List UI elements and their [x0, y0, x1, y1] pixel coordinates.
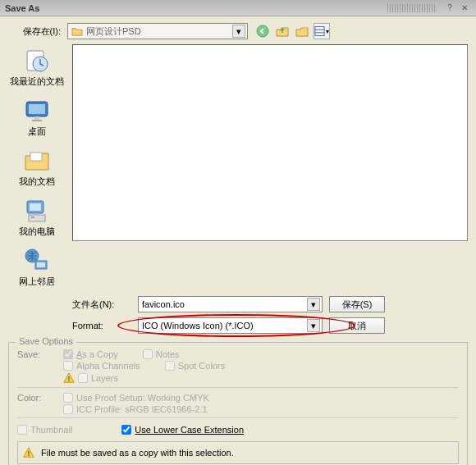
notice-text: File must be saved as a copy with this s… — [41, 448, 234, 458]
color-section-label: Color: — [17, 393, 57, 403]
proof-checkbox: Use Proof Setup: Working CMYK — [63, 393, 459, 403]
dropdown-arrow-icon[interactable]: ▾ — [307, 319, 320, 332]
sidebar-item-label: 我的文档 — [19, 176, 55, 188]
svg-rect-12 — [30, 203, 41, 211]
savein-dropdown[interactable]: 网页设计PSD ▾ — [67, 23, 248, 39]
savein-value: 网页设计PSD — [86, 25, 141, 38]
icc-checkbox: ICC Profile: sRGB IEC61966-2.1 — [63, 404, 459, 414]
svg-rect-7 — [29, 104, 45, 114]
sidebar-item-network[interactable]: 网上邻居 — [8, 244, 66, 291]
svg-rect-14 — [31, 217, 34, 218]
save-options-panel: Save Options Save: AAs a Copys a Copy No… — [8, 342, 468, 465]
sidebar-item-label: 我的电脑 — [19, 226, 55, 238]
help-button[interactable]: ? — [443, 2, 456, 14]
lowercase-label: Use Lower Case Extension — [135, 425, 244, 435]
filename-input[interactable]: favicon.ico ▾ — [138, 296, 323, 312]
mycomputer-icon — [24, 198, 50, 224]
up-icon[interactable] — [274, 23, 291, 39]
as-copy-checkbox: AAs a Copys a Copy — [63, 349, 118, 359]
warning-icon: ! — [63, 372, 75, 384]
svg-point-0 — [257, 25, 268, 37]
dropdown-arrow-icon[interactable]: ▾ — [307, 298, 320, 311]
sidebar-item-desktop[interactable]: 桌面 — [8, 94, 66, 141]
spot-checkbox: Spot Colors — [165, 361, 225, 371]
notes-checkbox: Notes — [143, 349, 180, 359]
mydocs-icon — [24, 148, 50, 174]
thumbnail-checkbox: Thumbnail — [17, 425, 72, 435]
notice-box: ! File must be saved as a copy with this… — [17, 441, 459, 464]
sidebar-item-label: 桌面 — [28, 125, 46, 138]
sidebar-item-label: 我最近的文档 — [10, 75, 64, 88]
svg-rect-10 — [30, 153, 42, 161]
save-section-label: Save: — [17, 349, 57, 359]
options-title: Save Options — [16, 336, 76, 346]
lowercase-checkbox[interactable]: Use Lower Case Extension — [121, 425, 244, 435]
svg-text:!: ! — [28, 449, 30, 458]
filename-value: favicon.ico — [142, 299, 185, 309]
sidebar-item-label: 网上邻居 — [19, 276, 55, 288]
cancel-button[interactable]: 取消 — [329, 317, 385, 334]
folder-icon — [71, 26, 83, 36]
title-text: Save As — [5, 3, 39, 13]
svg-text:!: ! — [68, 375, 70, 383]
titlebar: Save As ? ✕ — [0, 0, 476, 16]
alpha-checkbox: Alpha Channels — [63, 361, 140, 371]
svg-rect-1 — [315, 26, 324, 35]
format-value: ICO (Windows Icon) (*.ICO) — [142, 321, 254, 331]
layers-checkbox: Layers — [78, 373, 118, 383]
svg-rect-8 — [34, 116, 39, 120]
svg-rect-17 — [37, 262, 45, 267]
filename-label: 文件名(N): — [72, 299, 131, 311]
places-sidebar: 我最近的文档 桌面 我的文档 我的电脑 网上邻居 — [8, 44, 66, 291]
back-icon[interactable] — [254, 23, 271, 39]
network-icon — [24, 248, 50, 274]
sidebar-item-mydocs[interactable]: 我的文档 — [8, 144, 66, 191]
savein-label: 保存在(I): — [8, 25, 61, 38]
svg-rect-9 — [32, 120, 42, 121]
format-label: Format: — [72, 321, 131, 331]
file-list[interactable] — [72, 44, 468, 241]
desktop-icon — [24, 98, 50, 124]
warning-icon: ! — [23, 447, 34, 458]
recent-docs-icon — [24, 48, 50, 74]
save-button[interactable]: 保存(S) — [329, 296, 385, 312]
new-folder-icon[interactable] — [294, 23, 310, 39]
titlebar-grip — [387, 4, 437, 12]
sidebar-item-mycomputer[interactable]: 我的电脑 — [8, 194, 66, 241]
close-button[interactable]: ✕ — [458, 2, 471, 14]
sidebar-item-recent[interactable]: 我最近的文档 — [8, 44, 66, 91]
dropdown-arrow-icon[interactable]: ▾ — [232, 25, 245, 38]
format-dropdown[interactable]: ICO (Windows Icon) (*.ICO) ▾ — [138, 317, 323, 334]
view-icon[interactable]: ▾ — [314, 23, 330, 39]
